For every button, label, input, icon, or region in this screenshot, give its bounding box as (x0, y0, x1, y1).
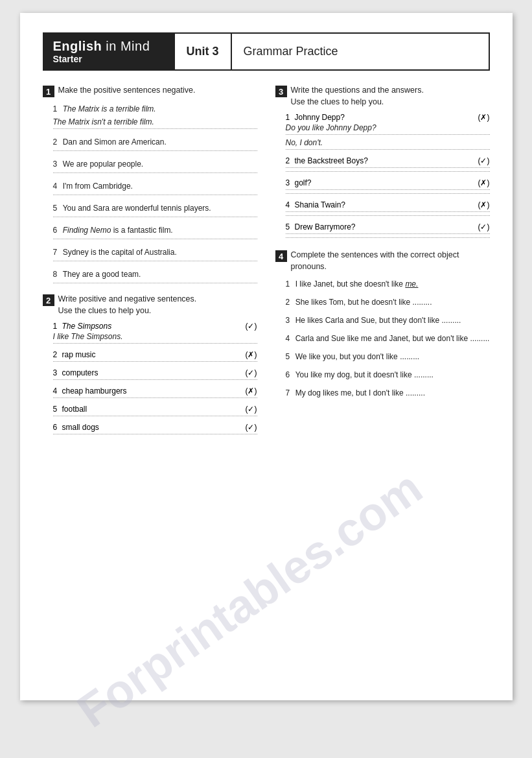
s4-item-2: 2 She likes Tom, but he doesn't like ...… (275, 296, 490, 307)
left-column: 1 Make the positive sentences negative. … (43, 85, 257, 445)
s3-item-3: 3 golf? (✗) (275, 178, 490, 194)
s2-item-3: 3 computers (✓) (43, 368, 257, 380)
dotted-line (53, 128, 257, 129)
s1-item-3: 3 We are popular people. (43, 158, 257, 173)
list-item: 4 Shania Twain? (✗) (275, 200, 490, 209)
list-item: 5 football (✓) (43, 405, 257, 414)
right-column: 3 Write the questions and the answers.Us… (275, 85, 490, 445)
section2: 2 Write positive and negative sentences.… (43, 294, 257, 434)
brand-bold: English (53, 39, 102, 53)
brand-subtitle: Starter (53, 54, 165, 64)
list-item: 7 Sydney is the capital of Australia. (43, 246, 257, 257)
s1-item-5: 5 You and Sara are wonderful tennis play… (43, 202, 257, 217)
s3-item-4: 4 Shania Twain? (✗) (275, 200, 490, 216)
s4-item-7: 7 My dog likes me, but I don't like ....… (275, 386, 490, 398)
main-content: 1 Make the positive sentences negative. … (43, 85, 490, 445)
list-item: 1 I like Janet, but she doesn't like me. (275, 278, 490, 289)
s1-item-1: 1 The Matrix is a terrible film. The Mat… (43, 102, 257, 129)
list-item: 6 small dogs (✓) (43, 423, 257, 432)
section2-header: 2 Write positive and negative sentences.… (43, 294, 257, 316)
list-item: 3 golf? (✗) (275, 178, 490, 187)
s4-item-5: 5 We like you, but you don't like ......… (275, 350, 490, 362)
brand-block: English in Mind Starter (44, 34, 174, 69)
list-item: 3 He likes Carla and Sue, but they don't… (275, 314, 490, 326)
s3-item-5: 5 Drew Barrymore? (✓) (275, 222, 490, 238)
s2-item-6: 6 small dogs (✓) (43, 423, 257, 434)
brand-thin: in Mind (102, 39, 150, 53)
section1: 1 Make the positive sentences negative. … (43, 85, 257, 283)
section3-header: 3 Write the questions and the answers.Us… (275, 85, 490, 108)
list-item: 5 You and Sara are wonderful tennis play… (43, 202, 257, 213)
s4-item-1: 1 I like Janet, but she doesn't like me. (275, 278, 490, 289)
brand-title: English in Mind (53, 39, 165, 54)
section1-header: 1 Make the positive sentences negative. (43, 85, 257, 97)
section2-instruction: Write positive and negative sentences.Us… (58, 294, 197, 316)
s2-item-2: 2 rap music (✗) (43, 350, 257, 362)
list-item: 7 My dog likes me, but I don't like ....… (275, 386, 490, 398)
list-item: 6 You like my dog, but it doesn't like .… (275, 368, 490, 380)
section3-instruction: Write the questions and the answers.Use … (291, 85, 424, 108)
section4: 4 Complete the sentences with the correc… (275, 250, 490, 398)
list-item: 3 computers (✓) (43, 368, 257, 377)
list-item: 4 cheap hamburgers (✗) (43, 386, 257, 396)
s1-item-4: 4 I'm from Cambridge. (43, 180, 257, 195)
list-item: 5 Drew Barrymore? (✓) (275, 222, 490, 231)
list-item: 2 She likes Tom, but he doesn't like ...… (275, 296, 490, 307)
section4-header: 4 Complete the sentences with the correc… (275, 250, 490, 272)
list-item: 1 The Matrix is a terrible film. (43, 102, 257, 114)
s1-item-6: 6 Finding Nemo is a fantastic film. (43, 224, 257, 239)
section-label: Grammar Practice (232, 34, 489, 69)
list-item: 4 I'm from Cambridge. (43, 180, 257, 191)
list-item: 4 Carla and Sue like me and Janet, but w… (275, 332, 490, 344)
list-item: 2 the Backstreet Boys? (✓) (275, 156, 490, 165)
list-item: 2 Dan and Simon are American. (43, 136, 257, 147)
list-item: 1 Johnny Depp? (✗) (275, 113, 490, 122)
s4-item-4: 4 Carla and Sue like me and Janet, but w… (275, 332, 490, 344)
list-item: 5 We like you, but you don't like ......… (275, 350, 490, 362)
s1-item-2: 2 Dan and Simon are American. (43, 136, 257, 151)
s2-item-4: 4 cheap hamburgers (✗) (43, 386, 257, 398)
list-item: 2 rap music (✗) (43, 350, 257, 359)
worksheet-page: English in Mind Starter Unit 3 Grammar P… (20, 13, 513, 700)
list-item: 1 The Simpsons (✓) (43, 322, 257, 331)
section1-num: 1 (43, 86, 54, 97)
section4-num: 4 (275, 250, 287, 262)
s4-item-3: 3 He likes Carla and Sue, but they don't… (275, 314, 490, 326)
section4-instruction: Complete the sentences with the correct … (291, 250, 490, 272)
s3-item-2: 2 the Backstreet Boys? (✓) (275, 156, 490, 172)
list-item: 8 They are a good team. (43, 268, 257, 279)
watermark: Forprintables.com (69, 463, 430, 735)
section1-instruction: Make the positive sentences negative. (58, 85, 196, 97)
s1-item-7: 7 Sydney is the capital of Australia. (43, 246, 257, 261)
s4-item-6: 6 You like my dog, but it doesn't like .… (275, 368, 490, 380)
header: English in Mind Starter Unit 3 Grammar P… (43, 32, 490, 71)
section3-num: 3 (275, 86, 287, 97)
s2-item-1: 1 The Simpsons (✓) I like The Simpsons. (43, 322, 257, 344)
section2-num: 2 (43, 294, 54, 306)
s2-item-5: 5 football (✓) (43, 405, 257, 416)
section3: 3 Write the questions and the answers.Us… (275, 85, 490, 238)
unit-label: Unit 3 (174, 34, 232, 69)
s3-item-1: 1 Johnny Depp? (✗) Do you like Johnny De… (275, 113, 490, 150)
list-item: 3 We are popular people. (43, 158, 257, 169)
list-item: 6 Finding Nemo is a fantastic film. (43, 224, 257, 235)
s1-item-8: 8 They are a good team. (43, 268, 257, 283)
